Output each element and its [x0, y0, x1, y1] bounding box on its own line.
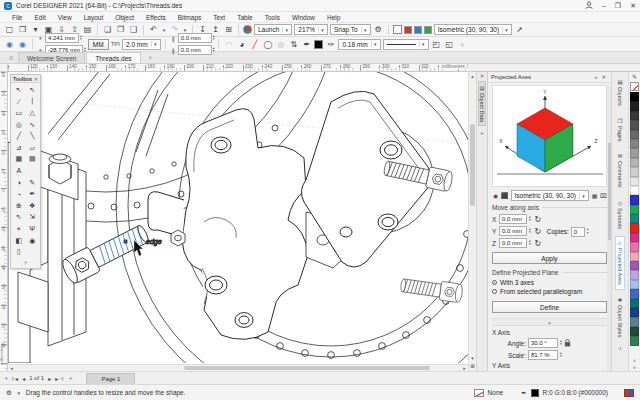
axis-distance-field[interactable]: 0.0 mm	[499, 214, 527, 224]
palette-swatch[interactable]	[630, 120, 639, 129]
toolbox-tool[interactable]: ╱	[12, 130, 26, 142]
scroll-up-icon[interactable]: ▴	[471, 72, 474, 80]
no-outline-icon[interactable]: ╱	[249, 39, 260, 50]
units-mm-button[interactable]: MM	[88, 39, 109, 50]
add-docker-tab-button[interactable]: ＋	[617, 344, 624, 354]
outline-pen-icon[interactable]: ✒	[301, 39, 312, 50]
docker-tab[interactable]: ❐ Pages	[615, 113, 625, 147]
palette-swatch[interactable]	[630, 327, 639, 336]
search-content-icon[interactable]: ⊞	[223, 24, 234, 35]
ruler-origin-corner[interactable]	[0, 64, 8, 72]
close-button[interactable]: ✕	[630, 2, 636, 10]
add-page-button-2[interactable]: ＋	[67, 374, 73, 383]
toolbox-tool[interactable]: ∕	[12, 96, 26, 108]
x-position-field[interactable]: 4.241 mm	[45, 33, 79, 43]
menu-item[interactable]: Bitmaps	[172, 14, 207, 21]
run-macro-icon[interactable]: ➚	[514, 24, 525, 35]
toolbox-tool[interactable]: Ψ	[26, 223, 40, 235]
delete-preset-icon[interactable]: ⌧	[600, 190, 607, 201]
outline-width-combo[interactable]: 0.18 mm▾	[338, 39, 380, 50]
palette-expand-icon[interactable]: »	[633, 364, 636, 370]
palette-swatch[interactable]	[630, 130, 639, 139]
radio-from-parallelogram[interactable]	[492, 289, 497, 294]
toolbox-tool[interactable]: ◉	[26, 235, 40, 247]
canvas-h-scrollbar[interactable]: ◂ ▸	[8, 364, 468, 371]
toolbox-tool[interactable]: ◑	[12, 177, 26, 189]
pen-settings-icon[interactable]: ✑	[325, 39, 336, 50]
zoom-level-combo[interactable]: 217%▾	[294, 24, 328, 35]
palette-swatch[interactable]	[630, 252, 639, 261]
axes-preset-combo[interactable]: Isometric (30, 90, 30)▾	[511, 190, 590, 201]
no-color-swatch[interactable]	[630, 82, 639, 91]
toolbox-tool[interactable]: ⊿	[12, 142, 26, 154]
first-page-icon[interactable]: ⊦◂	[12, 375, 18, 382]
customize-plus-icon[interactable]: ＋	[457, 39, 468, 50]
h-scroll-thumb[interactable]	[184, 366, 429, 370]
end-arrowhead-icon[interactable]: ◱	[444, 39, 455, 50]
horizontal-ruler[interactable]: 1201301401501601701801902002102202302402…	[8, 64, 468, 72]
visibility-eye-icon[interactable]: ◉	[492, 190, 499, 201]
cut-icon[interactable]: ❏	[102, 24, 113, 35]
docker-close-button[interactable]: ✕	[599, 74, 608, 80]
toolbox-tool[interactable]	[26, 165, 40, 177]
offset1-spinner[interactable]: ▴▾	[213, 35, 215, 41]
fill-status-icon[interactable]	[474, 389, 484, 397]
radio-with-3-axes[interactable]	[492, 280, 497, 285]
toolbox-tool[interactable]: ◎	[12, 119, 26, 131]
palette-swatch[interactable]	[630, 214, 639, 223]
offset2-spinner[interactable]: ▴▾	[213, 47, 215, 53]
palette-swatch[interactable]	[630, 223, 639, 232]
toolbox-tool[interactable]: A	[12, 165, 26, 177]
status-gear-icon[interactable]: ⚙	[6, 389, 12, 397]
projection-red-cube-icon[interactable]	[404, 26, 412, 34]
paste-icon[interactable]: ❑	[128, 24, 139, 35]
docker-tab[interactable]: ⬦ Projected Axes	[615, 236, 625, 290]
toolbox-tool[interactable]: ▭	[12, 107, 26, 119]
docker-scrollbar[interactable]	[607, 86, 611, 371]
palette-swatch[interactable]	[630, 270, 639, 279]
axis-spinner[interactable]: ▴▾	[529, 228, 531, 234]
palette-swatch[interactable]	[630, 299, 639, 308]
palette-swatch[interactable]	[630, 167, 639, 176]
toolbox-tool[interactable]: ⊕	[12, 200, 26, 212]
docker-close-icon[interactable]: ✕	[480, 73, 485, 81]
docker-tab[interactable]: ❖ Object Styles	[615, 292, 625, 342]
thread-object-icon[interactable]: ◉	[4, 39, 15, 50]
options-gear-icon[interactable]: ⚙	[373, 24, 384, 35]
toolbox-tool[interactable]: ∿	[26, 119, 40, 131]
projection-cube-icon[interactable]: ⬛	[501, 190, 509, 201]
arrows-icon[interactable]: ⇅	[288, 39, 299, 50]
wrap-icon[interactable]: ◠	[223, 39, 234, 50]
x-scale-field[interactable]: 81.7 %	[528, 350, 558, 360]
rotate-axis-icon[interactable]: ↻	[533, 227, 543, 236]
palette-swatch[interactable]	[630, 92, 639, 101]
home-tab-icon[interactable]: ⌂	[4, 52, 18, 63]
zoom-magnifier-icon[interactable]: ⊕	[470, 362, 475, 371]
menu-item[interactable]: Effects	[140, 14, 172, 21]
menu-item[interactable]: Tools	[259, 14, 286, 21]
menu-item[interactable]: View	[52, 14, 78, 21]
document-palette-icon[interactable]	[624, 389, 634, 397]
axis-distance-field[interactable]: 0.0 mm	[499, 226, 527, 236]
application-launcher-icon[interactable]	[243, 25, 252, 34]
new-document-tab-button[interactable]: ＋	[142, 53, 159, 63]
x-spinner[interactable]: ▴▾	[80, 35, 82, 41]
start-arrowhead-icon[interactable]: ◰	[431, 39, 442, 50]
pitch-combo[interactable]: 2.0 mm▾	[122, 39, 161, 50]
lock-icon[interactable]	[564, 339, 571, 348]
toolbox-tool[interactable]: ✎	[26, 177, 40, 189]
last-page-icon[interactable]: ▸⊣	[55, 375, 63, 382]
palette-swatch[interactable]	[630, 139, 639, 148]
copies-field[interactable]: 0	[571, 227, 585, 237]
tab-object-data[interactable]: ▤ Object Data	[478, 81, 486, 126]
copy-icon[interactable]: ❐	[115, 24, 126, 35]
undo-icon[interactable]: ↶	[148, 24, 159, 35]
toolbox-tool[interactable]: ❖	[26, 200, 40, 212]
rotate-axis-icon[interactable]: ↻	[533, 239, 543, 248]
menu-item[interactable]: Help	[321, 14, 346, 21]
undo-dropdown-icon[interactable]: ▾	[161, 27, 167, 33]
palette-swatch[interactable]	[630, 308, 639, 317]
menu-item[interactable]: Edit	[28, 14, 51, 21]
drawing-canvas[interactable]: edge Toolbox ✕ ↖ ⇖	[8, 72, 468, 371]
toolbox-close-icon[interactable]: ✕	[34, 76, 38, 82]
